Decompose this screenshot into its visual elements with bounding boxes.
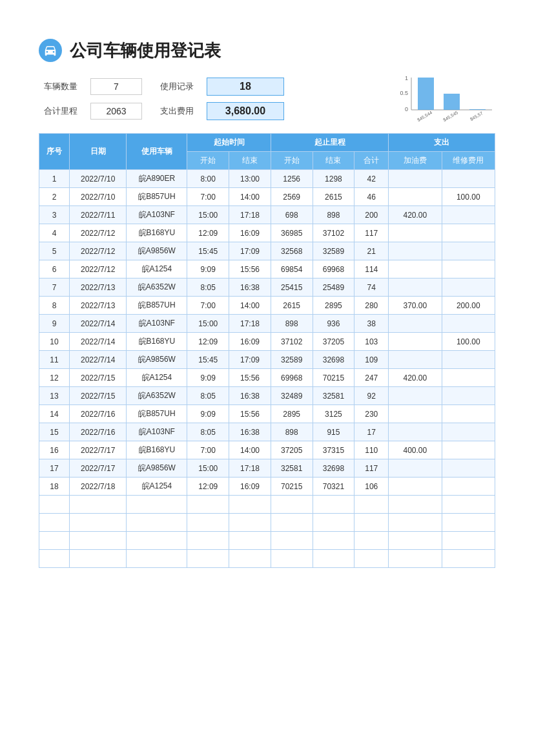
header-time-end: 结束 [229, 152, 271, 170]
summary-section: 1 0.5 0 $45,544 $45,545 $45,57 车辆数量 7 使用… [39, 78, 495, 120]
empty-row [39, 532, 495, 550]
header-mileage-start: 开始 [271, 152, 313, 170]
svg-text:$45,545: $45,545 [442, 110, 459, 122]
empty-row [39, 514, 495, 532]
header-expense-group: 支出 [389, 134, 495, 152]
vehicle-count-value: 7 [90, 78, 142, 95]
total-mileage-value: 2063 [90, 103, 142, 120]
svg-text:0.5: 0.5 [400, 90, 408, 96]
total-expense-value: 3,680.00 [207, 102, 284, 120]
header-mileage-total: 合计 [354, 152, 389, 170]
vehicle-count-label: 车辆数量 [39, 81, 77, 92]
svg-text:$45,57: $45,57 [469, 110, 484, 121]
header-mileage-end: 结束 [313, 152, 354, 170]
empty-row [39, 550, 495, 568]
svg-rect-6 [444, 94, 460, 110]
svg-rect-5 [418, 78, 434, 110]
table-row: 42022/7/12皖B168YU12:0916:093698537102117 [39, 224, 495, 242]
header-time-start: 开始 [187, 152, 229, 170]
svg-text:1: 1 [405, 75, 408, 81]
svg-rect-7 [469, 109, 486, 110]
total-expense-label: 支出费用 [155, 105, 194, 117]
table-row: 152022/7/16皖A103NF8:0516:3889891517 [39, 423, 495, 441]
table-row: 122022/7/15皖A12549:0915:5669968702152474… [39, 369, 495, 387]
table-row: 12022/7/10皖A890ER8:0013:001256129842 [39, 170, 495, 188]
table-row: 162022/7/17皖B168YU7:0014:003720537315110… [39, 441, 495, 459]
header-date: 日期 [70, 134, 127, 170]
table-row: 22022/7/10皖B857UH7:0014:002569261546100.… [39, 188, 495, 206]
header-time-group: 起始时间 [187, 134, 271, 152]
header-mileage-group: 起止里程 [271, 134, 388, 152]
mini-chart: 1 0.5 0 $45,544 $45,545 $45,57 [392, 71, 495, 123]
table-row: 172022/7/17皖A9856W15:0017:18325813269811… [39, 459, 495, 478]
table-row: 32022/7/11皖A103NF15:0017:18698898200420.… [39, 206, 495, 224]
table-row: 102022/7/14皖B168YU12:0916:09371023720510… [39, 333, 495, 351]
total-mileage-label: 合计里程 [39, 105, 77, 117]
table-row: 72022/7/13皖A6352W8:0516:38254152548974 [39, 278, 495, 297]
table-row: 132022/7/15皖A6352W8:0516:38324893258192 [39, 387, 495, 405]
svg-text:0: 0 [405, 106, 408, 112]
header-repair: 维修费用 [442, 152, 495, 170]
table-row: 62022/7/12皖A12549:0915:566985469968114 [39, 260, 495, 278]
table-row: 92022/7/14皖A103NF15:0017:1889893638 [39, 315, 495, 333]
svg-text:$45,544: $45,544 [416, 110, 433, 122]
page-title: 公司车辆使用登记表 [70, 39, 221, 62]
car-icon [39, 39, 62, 62]
header-seq: 序号 [39, 134, 70, 170]
usage-record-label: 使用记录 [155, 81, 194, 92]
page-header: 公司车辆使用登记表 [39, 39, 495, 62]
empty-row [39, 496, 495, 514]
table-row: 82022/7/13皖B857UH7:0014:0026152895280370… [39, 297, 495, 315]
main-table: 序号 日期 使用车辆 起始时间 起止里程 支出 开始 结束 开始 结束 合计 加… [39, 133, 495, 568]
table-row: 52022/7/12皖A9856W15:4517:09325683258921 [39, 242, 495, 260]
table-row: 142022/7/16皖B857UH9:0915:5628953125230 [39, 405, 495, 423]
table-row: 182022/7/18皖A125412:0916:097021570321106 [39, 478, 495, 496]
table-row: 112022/7/14皖A9856W15:4517:09325893269810… [39, 351, 495, 369]
header-fuel: 加油费 [389, 152, 442, 170]
header-vehicle: 使用车辆 [127, 134, 187, 170]
usage-record-value: 18 [207, 78, 284, 96]
